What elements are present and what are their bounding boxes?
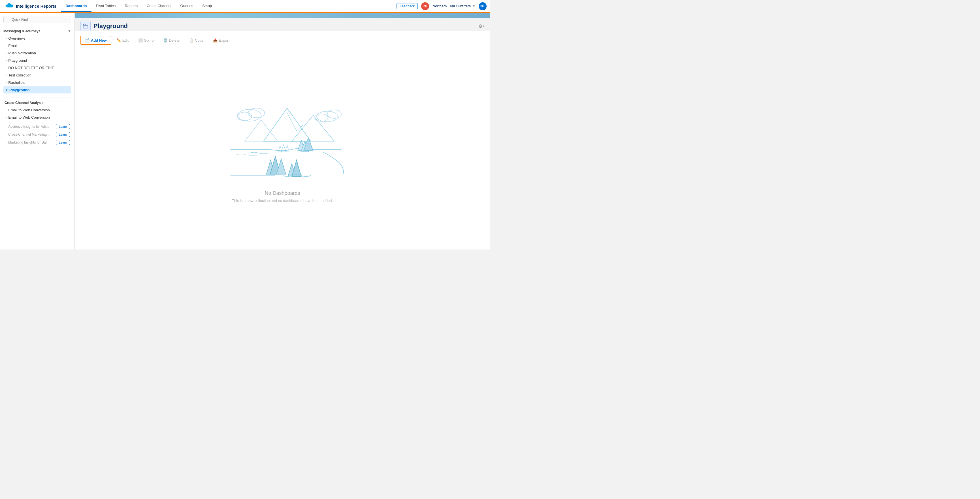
svg-point-2 [248,108,264,118]
chevron-right-icon: › [6,37,6,40]
sidebar-item-playground-1[interactable]: › Playground [3,57,71,64]
settings-button[interactable]: ⚙ ▾ [478,24,484,29]
learn-items-section: › Audience Insights for Adv... Learn › C… [0,122,75,147]
chevron-right-icon: › [6,74,6,77]
tab-setup[interactable]: Setup [198,0,216,12]
learn-button-cross-channel[interactable]: Learn [56,132,70,137]
delete-button[interactable]: 🗑️ Delete [159,36,184,44]
learn-item-label: Cross-Channel Marketing ... [8,132,54,137]
tab-reports[interactable]: Reports [120,0,142,12]
top-nav: Intelligence Reports Dashboards Pivot Ta… [0,0,490,13]
sidebar-item-label: Rachelle's [8,80,25,85]
main-nav-tabs: Dashboards Pivot Tables Reports Cross-Ch… [61,0,396,12]
svg-point-3 [238,112,252,121]
salesforce-logo-icon [3,1,14,11]
chevron-right-icon: › [6,44,6,47]
sidebar-item-rachelles[interactable]: › Rachelle's [3,79,71,86]
chevron-down-icon: ∨ [6,88,8,92]
chevron-right-icon: › [6,81,6,84]
tab-pivot-tables[interactable]: Pivot Tables [91,0,120,12]
tab-cross-channel[interactable]: Cross-Channel [142,0,176,12]
copy-icon: 📋 [189,38,194,43]
copy-button[interactable]: 📋 Copy [185,36,208,44]
svg-marker-8 [292,115,334,141]
learn-item-cross-channel: › Cross-Channel Marketing ... Learn [3,131,71,138]
sidebar-item-label: Playground [10,88,30,92]
sidebar-divider [3,97,71,97]
chevron-icon: › [6,141,6,144]
svg-point-4 [317,111,338,122]
copy-label: Copy [195,38,204,43]
org-switcher[interactable]: Northern Trail Outfitters ▼ [433,4,475,8]
add-icon: 📄 [85,38,90,43]
section-cross-channel: Cross-Channel Analysis › Email to Web Co… [0,100,75,122]
sidebar-item-label: Email to Web Conversion [8,115,49,119]
folder-icon [83,23,88,29]
go-to-label: Go To [144,38,154,43]
sidebar-item-label: Playground [8,58,27,63]
content-area: Playground ⚙ ▾ 📄 Add New ✏️ Edit ⬜ [75,13,490,249]
sidebar-item-playground-active[interactable]: ∨ Playground [3,86,71,94]
learn-button-audience[interactable]: Learn [56,124,70,129]
sidebar: 🔍 Messaging & Journeys ▼ › Overviews › E… [0,13,75,249]
page-title: Playground [94,22,128,30]
org-name: Northern Trail Outfitters [433,4,471,8]
feedback-button[interactable]: Feedback [396,3,418,10]
add-new-label: Add New [91,38,107,43]
sidebar-item-overviews[interactable]: › Overviews [3,35,71,42]
chevron-right-icon: › [6,59,6,62]
tab-queries[interactable]: Queries [176,0,198,12]
toolbar-and-canvas: 📄 Add New ✏️ Edit ⬜ Go To 🗑️ Delete 📋 [75,31,490,249]
empty-state-subtitle: This is a new collection and no dashboar… [232,199,333,203]
sidebar-item-label: Email to Web Conversion [8,108,49,112]
chevron-down-icon: ▼ [473,5,475,8]
tab-dashboards[interactable]: Dashboards [61,0,91,12]
sidebar-item-email-web-1[interactable]: › Email to Web Conversion [3,106,71,114]
empty-state-title: No Dashboards [264,190,300,196]
top-decorative-strip [75,13,490,18]
section-collapse-icon[interactable]: ▼ [68,29,71,33]
edit-button[interactable]: ✏️ Edit [113,36,133,44]
search-input[interactable] [3,16,71,23]
nav-right-area: Feedback 99+ Northern Trail Outfitters ▼… [396,2,487,10]
main-layout: 🔍 Messaging & Journeys ▼ › Overviews › E… [0,13,490,249]
svg-point-5 [327,110,341,118]
avatar[interactable]: NT [479,2,487,10]
chevron-right-icon: › [6,66,6,69]
chevron-right-icon: › [6,108,6,111]
section-header: Messaging & Journeys ▼ [3,29,71,33]
sidebar-item-email-web-2[interactable]: › Email to Web Conversion [3,114,71,121]
sidebar-item-do-not-delete[interactable]: › DO NOT DELETE OR EDIT [3,64,71,72]
section-title-cross-channel: Cross-Channel Analysis [3,101,71,105]
add-new-button[interactable]: 📄 Add New [80,36,111,45]
delete-label: Delete [169,38,180,43]
sidebar-item-label: Test collection [8,73,32,77]
sidebar-item-label: DO NOT DELETE OR EDIT [8,66,54,70]
folder-icon-box [80,21,91,31]
title-row: Playground [80,21,128,31]
settings-chevron-icon: ▾ [483,25,484,27]
sidebar-item-test-collection[interactable]: › Test collection [3,72,71,79]
dashboard-canvas: No Dashboards This is a new collection a… [75,47,490,249]
sidebar-item-email[interactable]: › Email [3,42,71,49]
sidebar-item-label: Push Notification [8,51,36,55]
content-header: Playground ⚙ ▾ [75,18,490,31]
export-label: Export [219,38,229,43]
export-button[interactable]: 📤 Export [209,36,234,44]
edit-label: Edit [123,38,129,43]
learn-button-marketing[interactable]: Learn [56,140,70,145]
gear-icon: ⚙ [478,24,482,29]
delete-icon: 🗑️ [163,38,168,43]
notification-badge[interactable]: 99+ [421,2,429,10]
edit-icon: ✏️ [117,38,121,43]
sidebar-item-label: Email [8,44,18,48]
svg-marker-9 [245,120,278,141]
empty-state-illustration [212,94,353,184]
learn-item-label: Audience Insights for Adv... [8,125,54,129]
export-icon: 📤 [213,38,218,43]
go-to-button[interactable]: ⬜ Go To [134,36,158,44]
sidebar-item-push-notification[interactable]: › Push Notification [3,49,71,57]
section-title-messaging: Messaging & Journeys [3,29,40,33]
goto-icon: ⬜ [138,38,143,43]
app-logo[interactable]: Intelligence Reports [3,1,56,11]
